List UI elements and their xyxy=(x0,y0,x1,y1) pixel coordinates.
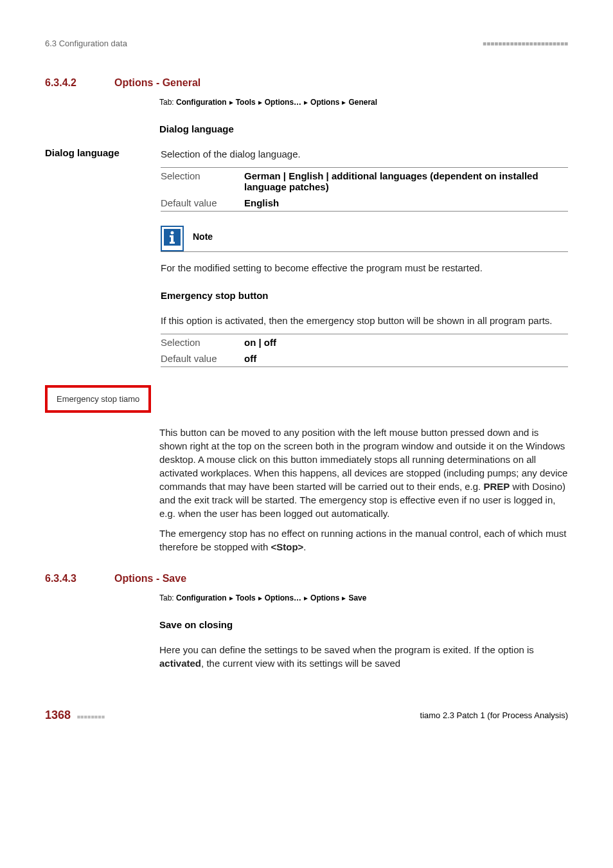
emergency-stop-heading: Emergency stop button xyxy=(161,290,568,301)
table-row: Default value English xyxy=(161,195,568,212)
dialog-language-label: Dialog language xyxy=(45,147,135,158)
save-on-closing-heading: Save on closing xyxy=(159,619,568,630)
section-number: 6.3.4.2 xyxy=(45,77,96,89)
breadcrumb: 6.3 Configuration data xyxy=(45,39,127,48)
emergency-stop-paragraph-1: This button can be moved to any position… xyxy=(159,426,568,520)
table-row: Selection on | off xyxy=(161,334,568,351)
dialog-language-desc: Selection of the dialog language. xyxy=(161,147,568,161)
save-on-closing-desc: Here you can define the settings to be s… xyxy=(159,643,568,670)
svg-rect-4 xyxy=(170,242,175,244)
page-footer: 1368 ■■■■■■■■ tiamo 2.3 Patch 1 (for Pro… xyxy=(45,709,568,722)
dialog-language-heading: Dialog language xyxy=(159,123,568,134)
emergency-stop-button[interactable]: Emergency stop tiamo xyxy=(45,385,151,413)
header-dots-icon: ■■■■■■■■■■■■■■■■■■■■■■ xyxy=(483,40,568,47)
section-title: Options - General xyxy=(114,77,200,89)
section-heading-save: 6.3.4.3 Options - Save xyxy=(45,573,568,584)
emergency-stop-desc: If this option is activated, then the em… xyxy=(161,314,568,327)
footer-right: tiamo 2.3 Patch 1 (for Process Analysis) xyxy=(420,710,568,720)
footer-dots-icon: ■■■■■■■■ xyxy=(77,714,105,720)
page-number: 1368 xyxy=(45,709,71,721)
page-header: 6.3 Configuration data ■■■■■■■■■■■■■■■■■… xyxy=(45,39,568,48)
note-title: Note xyxy=(193,231,213,246)
section-number: 6.3.4.3 xyxy=(45,573,96,584)
section-title: Options - Save xyxy=(114,573,186,584)
dialog-language-table: Selection German | English | additional … xyxy=(161,167,568,212)
svg-rect-3 xyxy=(170,235,173,237)
note-body: For the modified setting to become effec… xyxy=(161,261,568,275)
svg-point-1 xyxy=(171,231,174,235)
tab-path-general: Tab: Configuration▸Tools▸Options…▸Option… xyxy=(159,98,568,107)
emergency-stop-table: Selection on | off Default value off xyxy=(161,334,568,367)
table-row: Selection German | English | additional … xyxy=(161,168,568,195)
section-heading-general: 6.3.4.2 Options - General xyxy=(45,77,568,89)
table-row: Default value off xyxy=(161,350,568,367)
tab-path-save: Tab: Configuration▸Tools▸Options…▸Option… xyxy=(159,593,568,602)
info-icon xyxy=(161,226,184,251)
note-box: Note For the modified setting to become … xyxy=(161,226,568,275)
emergency-stop-paragraph-2: The emergency stop has no effect on runn… xyxy=(159,527,568,554)
